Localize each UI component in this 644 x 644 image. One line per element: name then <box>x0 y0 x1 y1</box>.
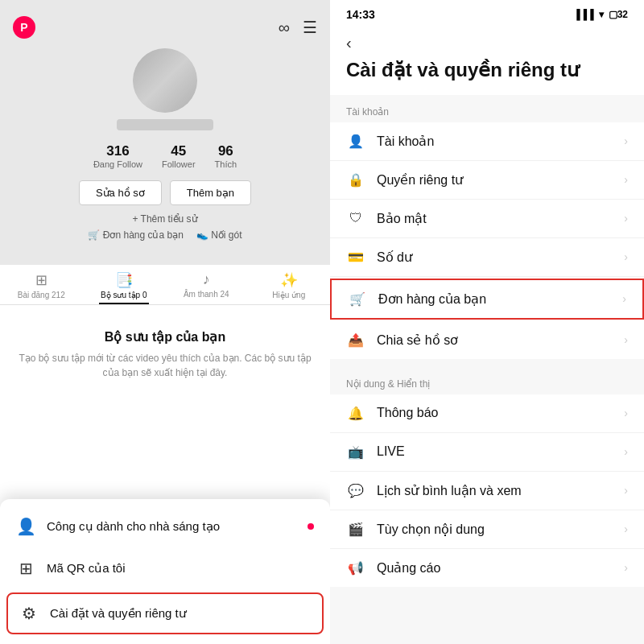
back-button[interactable]: ‹ <box>346 34 628 52</box>
settings-label: Cài đặt và quyền riêng tư <box>50 606 311 621</box>
chevron-icon: › <box>624 445 628 458</box>
noi-got-link[interactable]: 👟 Nối gót <box>196 229 242 241</box>
add-friend-icon[interactable]: ∞ <box>279 19 290 37</box>
tab-collections-label: Bộ sưu tập 0 <box>101 291 147 299</box>
chevron-icon: › <box>624 250 628 263</box>
clock: 14:33 <box>346 8 375 21</box>
row-content-options-label: Tùy chọn nội dung <box>377 522 624 537</box>
chevron-icon: › <box>624 561 628 574</box>
history-icon: 💬 <box>346 483 365 498</box>
quick-links: 🛒 Đơn hàng của bạn 👟 Nối gót <box>13 229 317 241</box>
add-friend-button[interactable]: Thêm bạn <box>170 180 251 205</box>
row-ads-label: Quảng cáo <box>377 560 624 576</box>
row-share-label: Chia sẻ hồ sơ <box>377 332 624 348</box>
menu-icon[interactable]: ☰ <box>303 18 317 37</box>
chevron-icon: › <box>624 212 628 225</box>
chevron-icon: › <box>624 407 628 419</box>
shield-icon: 🛡 <box>346 211 365 225</box>
left-panel: P ∞ ☰ 316 Đang Follow 45 Follower 96 <box>0 0 330 644</box>
lock-icon: 🔒 <box>346 172 365 188</box>
ads-icon: 📢 <box>346 560 365 576</box>
row-bao-mat[interactable]: 🛡 Bảo mật › <box>330 200 644 238</box>
menu-item-settings[interactable]: ⚙ Cài đặt và quyền riêng tư <box>6 592 324 634</box>
edit-profile-button[interactable]: Sửa hồ sơ <box>79 180 162 205</box>
tab-sounds-label: Âm thanh 24 <box>184 290 229 299</box>
likes-label: Thích <box>215 159 237 169</box>
chevron-icon: › <box>622 292 626 305</box>
creator-label: Công cụ dành cho nhà sáng tạo <box>47 519 296 534</box>
chevron-icon: › <box>624 173 628 186</box>
section-label-content: Nội dung & Hiển thị <box>330 367 644 394</box>
share-icon: 📤 <box>346 332 365 348</box>
row-security-label: Bảo mật <box>377 211 624 226</box>
following-label: Đang Follow <box>93 159 142 169</box>
tab-sounds[interactable]: ♪ Âm thanh 24 <box>165 265 248 304</box>
profile-section: P ∞ ☰ 316 Đang Follow 45 Follower 96 <box>0 0 330 265</box>
notification-dot <box>308 523 314 530</box>
cart-icon: 🛒 <box>348 291 367 307</box>
account-group: 👤 Tài khoản › 🔒 Quyền riêng tư › 🛡 Bảo m… <box>330 122 644 359</box>
add-bio-text[interactable]: + Thêm tiểu sử <box>13 213 317 225</box>
chevron-icon: › <box>624 134 628 147</box>
row-tuy-chon[interactable]: 🎬 Tùy chọn nội dung › <box>330 510 644 549</box>
live-icon: 📺 <box>346 444 365 460</box>
stats-row: 316 Đang Follow 45 Follower 96 Thích <box>13 143 317 169</box>
status-icons: ▐▐▐ ▾ ▢32 <box>573 9 628 20</box>
bottom-menu: 👤 Công cụ dành cho nhà sáng tạo ⊞ Mã QR … <box>0 499 330 644</box>
collection-title: Bộ sưu tập của bạn <box>13 329 317 345</box>
row-balance-label: Số dư <box>377 250 624 265</box>
row-lich-su[interactable]: 💬 Lịch sử bình luận và xem › <box>330 472 644 510</box>
tab-collections[interactable]: 📑 Bộ sưu tập 0 <box>83 265 166 304</box>
tab-posts[interactable]: ⊞ Bài đăng 212 <box>0 265 83 304</box>
row-so-du[interactable]: 💳 Số dư › <box>330 238 644 277</box>
row-quyen-rieng-tu[interactable]: 🔒 Quyền riêng tư › <box>330 161 644 200</box>
wifi-icon: ▾ <box>599 9 604 20</box>
right-panel: 14:33 ▐▐▐ ▾ ▢32 ‹ Cài đặt và quyền riêng… <box>330 0 644 644</box>
creator-icon: 👤 <box>16 517 35 536</box>
signal-icon: ▐▐▐ <box>573 9 594 20</box>
orders-link[interactable]: 🛒 Đơn hàng của bạn <box>88 229 183 241</box>
avatar-area <box>13 48 317 134</box>
row-chia-se[interactable]: 📤 Chia sẻ hồ sơ › <box>330 321 644 359</box>
sound-icon: ♪ <box>203 271 210 288</box>
qr-label: Mã QR của tôi <box>47 561 314 576</box>
following-count: 316 <box>93 143 142 159</box>
tab-effects[interactable]: ✨ Hiệu ứng <box>248 265 331 304</box>
avatar-image <box>133 48 197 113</box>
section-divider <box>330 359 644 367</box>
row-privacy-label: Quyền riêng tư <box>377 172 624 188</box>
menu-item-creator[interactable]: 👤 Công cụ dành cho nhà sáng tạo <box>0 506 330 547</box>
grid-icon: ⊞ <box>35 271 47 289</box>
chevron-icon: › <box>624 522 628 535</box>
top-bar: P ∞ ☰ <box>13 16 317 39</box>
row-thong-bao[interactable]: 🔔 Thông báo › <box>330 394 644 433</box>
settings-list: Tài khoản 👤 Tài khoản › 🔒 Quyền riêng tư… <box>330 95 644 587</box>
tab-bar: ⊞ Bài đăng 212 📑 Bộ sưu tập 0 ♪ Âm thanh… <box>0 265 330 305</box>
chevron-icon: › <box>624 333 628 346</box>
row-tai-khoan[interactable]: 👤 Tài khoản › <box>330 122 644 161</box>
row-tai-khoan-label: Tài khoản <box>377 134 624 149</box>
settings-header: ‹ Cài đặt và quyền riêng tư <box>330 26 644 95</box>
tab-effects-label: Hiệu ứng <box>272 291 305 299</box>
follower-count: 45 <box>162 143 196 159</box>
likes-count: 96 <box>215 143 237 159</box>
stat-likes[interactable]: 96 Thích <box>215 143 237 169</box>
top-icons: ∞ ☰ <box>279 18 317 37</box>
content-options-icon: 🎬 <box>346 522 365 537</box>
action-buttons: Sửa hồ sơ Thêm bạn <box>13 180 317 205</box>
row-orders-label: Đơn hàng của bạn <box>378 291 622 307</box>
bookmark-icon: 📑 <box>115 271 133 289</box>
row-live[interactable]: 📺 LIVE › <box>330 433 644 472</box>
content-group: 🔔 Thông báo › 📺 LIVE › 💬 Lịch sử bình lu… <box>330 394 644 587</box>
effects-icon: ✨ <box>280 271 298 289</box>
stat-follower[interactable]: 45 Follower <box>162 143 196 169</box>
stat-following[interactable]: 316 Đang Follow <box>93 143 142 169</box>
menu-item-qr[interactable]: ⊞ Mã QR của tôi <box>0 547 330 589</box>
row-history-label: Lịch sử bình luận và xem <box>377 483 624 498</box>
settings-icon: ⚙ <box>19 604 39 623</box>
follower-label: Follower <box>162 159 196 169</box>
row-don-hang[interactable]: 🛒 Đơn hàng của bạn › <box>330 279 644 320</box>
row-quang-cao[interactable]: 📢 Quảng cáo › <box>330 549 644 587</box>
user-icon: 👤 <box>346 134 365 149</box>
row-live-label: LIVE <box>377 444 624 459</box>
